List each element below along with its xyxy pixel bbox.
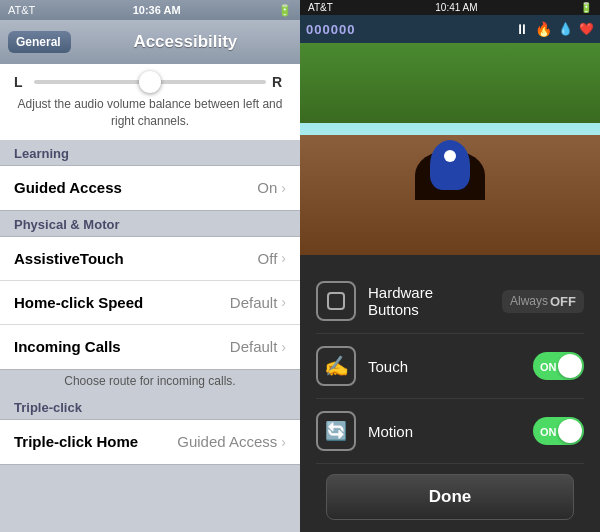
hardware-buttons-row: HardwareButtons Always OFF	[316, 269, 584, 334]
physical-header: Physical & Motor	[0, 211, 300, 236]
character-eye	[444, 150, 456, 162]
incoming-calls-value: Default	[230, 338, 278, 355]
done-button[interactable]: Done	[326, 474, 574, 520]
touch-row: ✍ Touch ON	[316, 334, 584, 399]
left-time: 10:36 AM	[133, 4, 181, 16]
hardware-buttons-label: HardwareButtons	[368, 284, 490, 318]
left-status-bar: AT&T 10:36 AM 🔋	[0, 0, 300, 20]
right-carrier: AT&T	[308, 2, 333, 13]
motion-toggle-label: ON	[540, 426, 557, 438]
guided-access-panel: HardwareButtons Always OFF ✍ Touch ON 🔄 …	[300, 255, 600, 532]
vol-right-label: R	[272, 74, 286, 90]
home-click-row[interactable]: Home-click Speed Default ›	[0, 281, 300, 325]
fire-icon: 🔥	[535, 21, 552, 37]
volume-slider-track[interactable]	[34, 80, 266, 84]
home-click-value: Default	[230, 294, 278, 311]
learning-header: Learning	[0, 140, 300, 165]
hardware-icon	[316, 281, 356, 321]
triple-group: Triple-click Home Guided Access ›	[0, 419, 300, 465]
character-body	[430, 140, 470, 190]
heart-icon: ❤️	[579, 22, 594, 36]
triple-click-home-chevron: ›	[281, 434, 286, 450]
left-status-icons: 🔋	[278, 4, 292, 17]
hud-icons: ⏸ 🔥 💧 ❤️	[515, 21, 594, 37]
volume-description: Adjust the audio volume balance between …	[14, 96, 286, 130]
incoming-calls-row[interactable]: Incoming Calls Default ›	[0, 325, 300, 369]
motion-label: Motion	[368, 423, 521, 440]
touch-toggle[interactable]: ON	[533, 352, 584, 380]
assistivetouch-label: AssistiveTouch	[14, 250, 258, 267]
incoming-calls-hint: Choose route for incoming calls.	[0, 370, 300, 394]
volume-slider-thumb[interactable]	[139, 71, 161, 93]
motion-icon-symbol: 🔄	[325, 420, 347, 442]
guided-access-value: On	[257, 179, 277, 196]
triple-click-home-label: Triple-click Home	[14, 433, 177, 450]
guided-access-label: Guided Access	[14, 179, 257, 196]
vol-left-label: L	[14, 74, 28, 90]
game-screen: 000000 ⏸ 🔥 💧 ❤️	[300, 15, 600, 255]
triple-header: Triple-click	[0, 394, 300, 419]
guided-access-chevron: ›	[281, 180, 286, 196]
water-icon: 💧	[558, 22, 573, 36]
guided-access-row[interactable]: Guided Access On ›	[0, 166, 300, 210]
assistivetouch-chevron: ›	[281, 250, 286, 266]
svg-rect-0	[328, 293, 344, 309]
learning-group: Guided Access On ›	[0, 165, 300, 211]
triple-click-home-value: Guided Access	[177, 433, 277, 450]
assistivetouch-value: Off	[258, 250, 278, 267]
back-button[interactable]: General	[8, 31, 71, 53]
right-battery-icon: 🔋	[580, 2, 592, 13]
volume-section: L R Adjust the audio volume balance betw…	[0, 64, 300, 140]
touch-icon: ✍	[316, 346, 356, 386]
motion-icon: 🔄	[316, 411, 356, 451]
game-grass	[300, 43, 600, 123]
home-click-chevron: ›	[281, 294, 286, 310]
triple-click-home-row[interactable]: Triple-click Home Guided Access ›	[0, 420, 300, 464]
right-status-bar: AT&T 10:41 AM 🔋	[300, 0, 600, 15]
home-click-label: Home-click Speed	[14, 294, 230, 311]
motion-toggle[interactable]: ON	[533, 417, 584, 445]
touch-toggle-label: ON	[540, 361, 557, 373]
motion-row: 🔄 Motion ON	[316, 399, 584, 464]
nav-title: Accessibility	[79, 32, 292, 52]
off-text: OFF	[550, 294, 576, 309]
nav-bar: General Accessibility	[0, 20, 300, 64]
game-hud: 000000 ⏸ 🔥 💧 ❤️	[300, 15, 600, 43]
game-character	[425, 135, 475, 195]
left-panel: AT&T 10:36 AM 🔋 General Accessibility L …	[0, 0, 300, 532]
incoming-calls-label: Incoming Calls	[14, 338, 230, 355]
pause-icon[interactable]: ⏸	[515, 21, 529, 37]
touch-icon-symbol: ✍	[324, 354, 349, 378]
incoming-calls-chevron: ›	[281, 339, 286, 355]
always-off-badge[interactable]: Always OFF	[502, 290, 584, 313]
game-score: 000000	[306, 22, 355, 37]
touch-label: Touch	[368, 358, 521, 375]
volume-slider-row: L R	[14, 74, 286, 90]
always-text: Always	[510, 294, 548, 308]
assistivetouch-row[interactable]: AssistiveTouch Off ›	[0, 237, 300, 281]
physical-group: AssistiveTouch Off › Home-click Speed De…	[0, 236, 300, 370]
right-panel: AT&T 10:41 AM 🔋 000000 ⏸ 🔥 💧 ❤️	[300, 0, 600, 532]
left-carrier: AT&T	[8, 4, 35, 16]
hardware-buttons-icon	[325, 290, 347, 312]
right-time: 10:41 AM	[435, 2, 477, 13]
